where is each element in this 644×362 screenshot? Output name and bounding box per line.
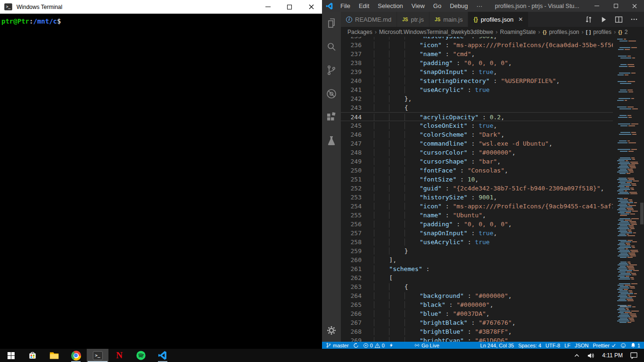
code-line[interactable]: 267 "brightBlack" : "#767676", <box>341 318 613 327</box>
settings-gear-icon[interactable] <box>326 325 337 336</box>
notifications-bell[interactable]: 1 <box>630 342 640 348</box>
split-editor-icon[interactable] <box>615 16 623 24</box>
tab-profiles-json[interactable]: {} profiles.json ✕ <box>468 12 528 27</box>
code-line[interactable]: 247 "commandline" : "wsl.exe -d Ubuntu", <box>341 139 613 148</box>
code-line[interactable]: 255 "name" : "Ubuntu", <box>341 211 613 220</box>
menu-selection[interactable]: Selection <box>373 2 407 9</box>
taskbar-file-explorer[interactable] <box>43 349 65 362</box>
code-line[interactable]: 257 "snapOnInput" : true, <box>341 229 613 238</box>
breadcrumb-item[interactable]: profiles <box>593 29 611 35</box>
tab-mainjs[interactable]: JS main.js <box>429 12 468 27</box>
vscode-titlebar[interactable]: File Edit Selection View Go Debug ··· pr… <box>322 0 644 12</box>
debug-icon[interactable] <box>326 88 337 99</box>
breadcrumb-item[interactable]: 2 <box>625 29 628 35</box>
tab-close-icon[interactable]: ✕ <box>518 16 523 23</box>
code-area[interactable]: 235 "historySize" : 9001,236 "icon" : "m… <box>341 37 613 342</box>
tray-chevron-up-icon[interactable] <box>574 353 580 359</box>
taskbar-netflix[interactable]: N <box>108 349 130 362</box>
cursor-position[interactable]: Ln 244, Col 35 <box>480 343 514 348</box>
editor-scrollbar[interactable] <box>640 37 644 342</box>
breadcrumb-item[interactable]: profiles.json <box>549 29 579 35</box>
taskbar-store[interactable] <box>22 349 43 362</box>
taskbar-vscode[interactable] <box>152 349 173 362</box>
breadcrumb-item[interactable]: RoamingState <box>500 29 536 35</box>
terminal-maximize-button[interactable] <box>279 0 300 14</box>
code-line[interactable]: 251 "fontSize" : 10, <box>341 175 613 184</box>
encoding[interactable]: UTF-8 <box>545 343 560 348</box>
problems-status[interactable]: 0 0 <box>363 343 385 348</box>
more-actions-icon[interactable] <box>630 16 638 23</box>
code-line[interactable]: 236 "icon" : "ms-appx:///ProfileIcons/{0… <box>341 41 613 49</box>
code-line[interactable]: 265 "black" : "#000000", <box>341 300 613 309</box>
breadcrumb-item[interactable]: Microsoft.WindowsTerminal_8wekyb3d8bbwe <box>379 29 493 35</box>
code-line[interactable]: 269 "brightCyan" : "#61D6D6", <box>341 336 613 342</box>
vscode-close-button[interactable] <box>625 0 644 12</box>
code-line[interactable]: 242 }, <box>341 94 613 103</box>
volume-icon[interactable] <box>587 352 595 359</box>
terminal-minimize-button[interactable] <box>257 0 279 14</box>
menu-go[interactable]: Go <box>429 2 446 9</box>
scrollbar-thumb[interactable] <box>640 203 644 224</box>
terminal-body[interactable]: ptr@Ptr:/mnt/c$ <box>0 14 322 29</box>
code-line[interactable]: 249 "cursorShape" : "bar", <box>341 157 613 166</box>
code-line[interactable]: 237 "name" : "cmd", <box>341 49 613 58</box>
action-center-icon[interactable] <box>630 352 638 359</box>
code-line[interactable]: 243 { <box>341 103 613 112</box>
indentation[interactable]: Spaces: 4 <box>518 343 541 348</box>
code-line[interactable]: 262 [ <box>341 273 613 282</box>
extensions-icon[interactable] <box>326 112 337 123</box>
menu-more[interactable]: ··· <box>472 2 487 9</box>
menu-file[interactable]: File <box>336 2 355 9</box>
source-control-icon[interactable] <box>326 65 337 76</box>
code-line[interactable]: 252 "guid" : "{2c4de342-38b7-51cf-b940-2… <box>341 184 613 193</box>
vscode-minimize-button[interactable] <box>587 0 606 12</box>
language-mode[interactable]: JSON <box>575 343 588 348</box>
sync-status[interactable] <box>353 343 359 348</box>
formatter-status[interactable]: Prettier <box>593 343 616 348</box>
code-line[interactable]: 263 { <box>341 282 613 291</box>
code-line[interactable]: 246 "colorScheme" : "Dark", <box>341 130 613 139</box>
taskbar-spotify[interactable] <box>130 349 152 362</box>
synchronize-changes-icon[interactable] <box>585 16 593 24</box>
code-line[interactable]: 248 "cursorColor" : "#000000", <box>341 148 613 157</box>
code-line[interactable]: 268 "brightBlue" : "#3B78FF", <box>341 327 613 336</box>
code-line[interactable]: 258 "useAcrylic" : true <box>341 238 613 247</box>
terminal-titlebar[interactable]: >_ Windows Terminal <box>0 0 322 14</box>
code-line[interactable]: 250 "fontFace" : "Consolas", <box>341 166 613 175</box>
code-line[interactable]: 241 "useAcrylic" : true <box>341 85 613 94</box>
code-line[interactable]: 264 "background" : "#000000", <box>341 291 613 300</box>
menu-debug[interactable]: Debug <box>446 2 472 9</box>
test-beaker-icon[interactable] <box>326 135 337 147</box>
menu-edit[interactable]: Edit <box>355 2 373 9</box>
go-live-button[interactable]: Go Live <box>414 342 439 348</box>
breadcrumb-item[interactable]: Packages <box>347 29 372 35</box>
menu-view[interactable]: View <box>407 2 429 9</box>
start-button[interactable] <box>0 349 22 362</box>
minimap[interactable] <box>613 37 640 342</box>
clock[interactable]: 4:11 PM <box>602 352 623 359</box>
code-line[interactable]: 266 "blue" : "#0037DA", <box>341 309 613 318</box>
eol-sequence[interactable]: LF <box>564 343 570 348</box>
code-line[interactable]: 239 "snapOnInput" : true, <box>341 67 613 76</box>
code-line[interactable]: 253 "historySize" : 9001, <box>341 193 613 202</box>
explorer-icon[interactable] <box>326 17 337 29</box>
code-line[interactable]: 256 "padding" : "0, 0, 0, 0", <box>341 220 613 229</box>
code-line[interactable]: 235 "historySize" : 9001, <box>341 37 613 41</box>
code-line[interactable]: 259 } <box>341 247 613 255</box>
search-icon[interactable] <box>326 41 337 52</box>
code-line[interactable]: 245 "closeOnExit" : true, <box>341 121 613 130</box>
taskbar-chrome[interactable] <box>65 349 87 362</box>
code-line[interactable]: 254 "icon" : "ms-appx:///ProfileIcons/{9… <box>341 202 613 211</box>
terminal-close-button[interactable] <box>300 0 322 14</box>
code-line[interactable]: 260 ], <box>341 255 613 264</box>
git-branch-status[interactable]: master <box>326 342 349 348</box>
code-line[interactable]: 244 "acrylicOpacity" : 0.2, <box>341 112 613 121</box>
code-line[interactable]: 238 "padding" : "0, 0, 0, 0", <box>341 58 613 67</box>
feedback-smiley[interactable] <box>620 343 626 348</box>
code-line[interactable]: 240 "startingDirectory" : "%USERPROFILE%… <box>341 76 613 85</box>
lightning-status[interactable] <box>389 342 394 348</box>
code-line[interactable]: 261 "schemes" : <box>341 264 613 273</box>
vscode-maximize-button[interactable] <box>606 0 625 12</box>
tab-readme[interactable]: i README.md <box>341 12 397 27</box>
tab-ptrjs[interactable]: JS ptr.js <box>397 12 429 27</box>
